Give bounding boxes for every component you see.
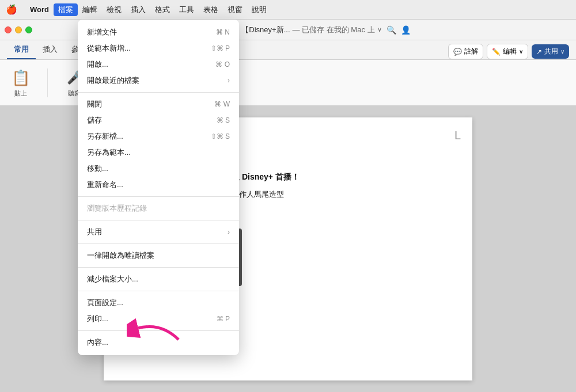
apple-menu[interactable]: 🍎	[6, 4, 17, 15]
doc-title-area: W 【Disney+新... — 已儲存 在我的 Mac 上 ∨	[229, 25, 381, 35]
chevron-down-icon[interactable]: ∨	[377, 26, 382, 33]
tab-insert[interactable]: 插入	[36, 41, 65, 59]
menu-save-as-shortcut: ⇧⌘ S	[211, 132, 230, 140]
menubar-format[interactable]: 格式	[150, 3, 175, 16]
paste-button[interactable]: 📋 貼上	[6, 65, 36, 100]
menu-share[interactable]: 共用 ›	[78, 224, 239, 240]
menubar-file[interactable]: 檔案	[54, 3, 78, 16]
menubar-help[interactable]: 說明	[247, 3, 271, 16]
menu-browse-history-label: 瀏覽版本歷程記錄	[87, 203, 147, 214]
menu-move[interactable]: 移動...	[78, 161, 239, 177]
menu-group-4: 共用 ›	[78, 223, 239, 241]
menu-save-label: 儲存	[87, 115, 102, 125]
menubar-insert[interactable]: 插入	[126, 3, 150, 16]
share-chevron-icon: ∨	[560, 48, 564, 55]
menu-page-setup-label: 頁面設定...	[87, 298, 123, 308]
menu-browse-history: 瀏覽版本歷程記錄	[78, 200, 239, 216]
divider-2	[78, 196, 239, 197]
share-label: 共用	[544, 47, 558, 56]
paste-label: 貼上	[14, 89, 27, 98]
right-toolbar: 💬 註解 ✏️ 編輯 ∨ ↗ 共用 ∨	[448, 44, 569, 59]
divider-5	[78, 267, 239, 268]
share-button[interactable]: ↗ 共用 ∨	[532, 44, 569, 59]
menubar-tools[interactable]: 工具	[175, 3, 199, 16]
menubar-word[interactable]: Word	[25, 4, 54, 15]
window-controls	[5, 26, 32, 33]
divider-1	[78, 92, 239, 93]
ribbon-divider	[47, 68, 48, 97]
menu-open-recent[interactable]: 開啟最近的檔案 ›	[78, 73, 239, 89]
menu-new-from-template-shortcut: ⇧⌘ P	[211, 44, 230, 52]
menu-open-shortcut: ⌘ O	[215, 60, 230, 68]
minimize-button[interactable]	[15, 26, 22, 33]
menu-save-as-template-label: 另存為範本...	[87, 147, 131, 158]
menu-save-as-label: 另存新檔...	[87, 131, 123, 142]
edit-icon: ✏️	[492, 48, 501, 56]
menu-open-recent-label: 開啟最近的檔案	[87, 75, 139, 86]
menu-move-label: 移動...	[87, 163, 108, 174]
menu-save[interactable]: 儲存 ⌘ S	[78, 112, 239, 128]
paste-group: 📋 貼上	[6, 65, 36, 100]
profile-icon[interactable]: 👤	[401, 25, 411, 35]
menu-close-label: 關閉	[87, 99, 102, 109]
comment-icon: 💬	[453, 48, 462, 56]
divider-6	[78, 291, 239, 291]
menu-print[interactable]: 列印... ⌘ P	[78, 311, 239, 327]
paste-icon: 📋	[10, 67, 31, 88]
divider-3	[78, 220, 239, 220]
submenu-arrow-icon: ›	[228, 77, 230, 85]
menu-group-3: 瀏覽版本歷程記錄	[78, 199, 239, 218]
menu-reduce-size-label: 減少檔案大小...	[87, 274, 138, 284]
file-menu-dropdown: 新增文件 ⌘ N 從範本新增... ⇧⌘ P 開啟... ⌘ O 開啟最近的檔案…	[78, 20, 239, 355]
divider-7	[78, 330, 239, 331]
comment-button[interactable]: 💬 註解	[448, 44, 483, 59]
menu-group-7: 頁面設定... 列印... ⌘ P	[78, 294, 239, 328]
tab-home[interactable]: 常用	[7, 41, 36, 59]
menu-close-shortcut: ⌘ W	[214, 100, 230, 108]
menu-save-as[interactable]: 另存新檔... ⇧⌘ S	[78, 128, 239, 144]
menu-group-5: 一律開啟為唯讀檔案	[78, 246, 239, 265]
menu-open[interactable]: 開啟... ⌘ O	[78, 56, 239, 73]
menubar-edit[interactable]: 編輯	[78, 3, 102, 16]
menu-close[interactable]: 關閉 ⌘ W	[78, 96, 239, 112]
menu-readonly-label: 一律開啟為唯讀檔案	[87, 250, 154, 261]
menu-reduce-size[interactable]: 減少檔案大小...	[78, 271, 239, 287]
maximize-button[interactable]	[25, 26, 32, 33]
menu-new-document[interactable]: 新增文件 ⌘ N	[78, 24, 239, 40]
page-corner-mark: L	[454, 129, 461, 142]
edit-chevron-icon: ∨	[519, 48, 523, 55]
mac-menubar: 🍎 Word 檔案 編輯 檢視 插入 格式 工具 表格 視窗 說明	[0, 0, 576, 20]
menu-new-document-shortcut: ⌘ N	[216, 28, 230, 36]
close-button[interactable]	[5, 26, 12, 33]
menu-print-shortcut: ⌘ P	[217, 315, 230, 323]
menu-new-from-template[interactable]: 從範本新增... ⇧⌘ P	[78, 40, 239, 56]
menu-group-6: 減少檔案大小...	[78, 270, 239, 288]
menu-share-label: 共用	[87, 227, 102, 237]
menu-readonly[interactable]: 一律開啟為唯讀檔案	[78, 248, 239, 264]
menu-new-from-template-label: 從範本新增...	[87, 43, 131, 54]
menu-new-document-label: 新增文件	[87, 27, 117, 37]
menu-page-setup[interactable]: 頁面設定...	[78, 295, 239, 311]
menu-properties-label: 內容...	[87, 337, 108, 348]
menu-group-1: 新增文件 ⌘ N 從範本新增... ⇧⌘ P 開啟... ⌘ O 開啟最近的檔案…	[78, 23, 239, 90]
menu-properties[interactable]: 內容...	[78, 334, 239, 351]
menu-group-2: 關閉 ⌘ W 儲存 ⌘ S 另存新檔... ⇧⌘ S 另存為範本... 移動..…	[78, 95, 239, 194]
menu-print-label: 列印...	[87, 314, 108, 324]
menubar-window[interactable]: 視窗	[223, 3, 247, 16]
menu-open-label: 開啟...	[87, 59, 108, 70]
divider-4	[78, 243, 239, 244]
share-submenu-arrow-icon: ›	[228, 228, 230, 236]
edit-button[interactable]: ✏️ 編輯 ∨	[487, 44, 528, 59]
menu-group-8: 內容...	[78, 333, 239, 352]
edit-label: 編輯	[503, 47, 517, 56]
menubar-table[interactable]: 表格	[199, 3, 223, 16]
comment-label: 註解	[464, 47, 478, 56]
menubar-view[interactable]: 檢視	[102, 3, 126, 16]
share-icon: ↗	[536, 48, 542, 56]
doc-title: 【Disney+新...	[241, 25, 290, 35]
search-icon[interactable]: 🔍	[386, 25, 396, 35]
doc-saved-status: — 已儲存 在我的 Mac 上	[293, 25, 375, 35]
menu-save-shortcut: ⌘ S	[217, 116, 230, 124]
menu-save-as-template[interactable]: 另存為範本...	[78, 144, 239, 161]
menu-rename[interactable]: 重新命名...	[78, 177, 239, 193]
